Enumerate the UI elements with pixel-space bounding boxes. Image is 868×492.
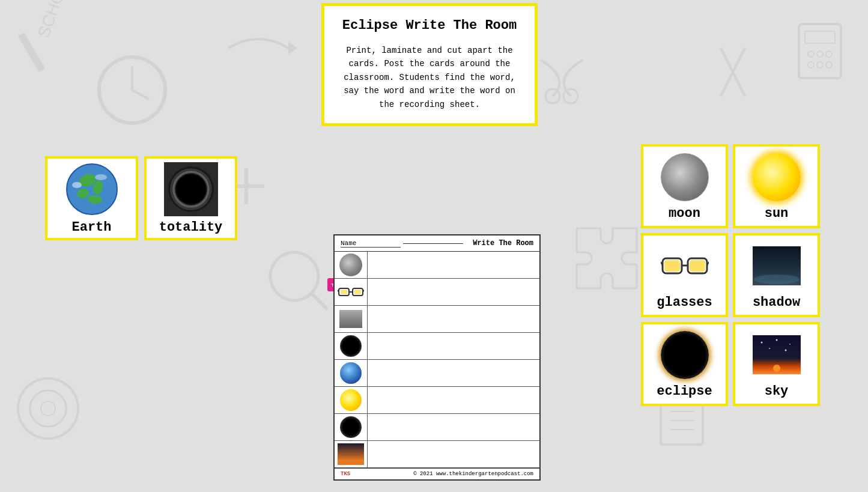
sky-card: sky bbox=[733, 322, 820, 406]
name-underline bbox=[403, 243, 463, 244]
eclipse-icon bbox=[661, 331, 709, 379]
sun-card-image bbox=[750, 151, 804, 202]
name-label: Name bbox=[341, 240, 401, 248]
sheet-title: Write The Room bbox=[473, 239, 533, 248]
sheet-row bbox=[335, 306, 539, 333]
row-image-sky bbox=[335, 441, 368, 467]
earth-card-image bbox=[65, 162, 119, 216]
moon-card-label: moon bbox=[669, 206, 700, 221]
sheet-footer-copyright: © 2021 www.thekindergartenpodcast.com bbox=[413, 471, 533, 477]
glasses-icon bbox=[661, 252, 709, 279]
moon-icon bbox=[661, 153, 709, 201]
svg-point-38 bbox=[176, 174, 206, 204]
row-write-area bbox=[368, 333, 539, 359]
row-image-totality bbox=[335, 414, 368, 440]
eclipse-card-label: eclipse bbox=[657, 384, 712, 399]
sky-card-image bbox=[750, 329, 804, 380]
instruction-title: Eclipse Write The Room bbox=[339, 18, 520, 33]
row-write-area bbox=[368, 360, 539, 386]
eclipse-card-image bbox=[658, 329, 712, 380]
left-cards-container: Earth totality bbox=[45, 156, 237, 240]
row-image-earth bbox=[335, 360, 368, 386]
svg-point-58 bbox=[760, 342, 762, 344]
sky-icon bbox=[753, 335, 801, 374]
row-write-area bbox=[368, 252, 539, 278]
totality-card-image bbox=[164, 162, 218, 216]
shadow-card-label: shadow bbox=[753, 295, 800, 310]
svg-point-56 bbox=[754, 275, 800, 284]
svg-rect-46 bbox=[341, 290, 347, 294]
name-line: Name bbox=[341, 240, 463, 248]
svg-rect-47 bbox=[354, 290, 361, 294]
row-image-eclipse bbox=[335, 333, 368, 359]
shadow-icon bbox=[753, 246, 801, 285]
moon-small-icon bbox=[339, 254, 362, 276]
sky-card-label: sky bbox=[765, 384, 789, 399]
glasses-card: glasses bbox=[641, 233, 728, 317]
eclipse-small-icon bbox=[340, 335, 362, 357]
svg-rect-54 bbox=[690, 260, 705, 272]
sheet-row bbox=[335, 333, 539, 360]
shadow-detail bbox=[753, 246, 801, 285]
sky-detail bbox=[753, 335, 801, 374]
sun-icon bbox=[753, 153, 801, 201]
svg-point-60 bbox=[789, 344, 791, 345]
svg-point-59 bbox=[775, 339, 777, 341]
sun-small-icon bbox=[340, 389, 362, 411]
svg-point-61 bbox=[769, 348, 770, 349]
sun-card-label: sun bbox=[765, 206, 789, 221]
moon-card: moon bbox=[641, 144, 728, 228]
sheet-row bbox=[335, 414, 539, 441]
sheet-row bbox=[335, 360, 539, 387]
earth-icon bbox=[65, 162, 119, 216]
totality-card-label: totality bbox=[159, 220, 223, 235]
earth-small-icon bbox=[340, 362, 362, 384]
instruction-body: Print, laminate and cut apart the cards.… bbox=[339, 44, 520, 111]
right-cards-container: moon sun glas bbox=[641, 144, 820, 406]
earth-card-label: Earth bbox=[71, 220, 111, 235]
totality-icon bbox=[164, 162, 218, 216]
glasses-card-label: glasses bbox=[657, 295, 712, 310]
row-image-glasses bbox=[335, 279, 368, 305]
sky-small-icon bbox=[338, 443, 364, 465]
row-write-area bbox=[368, 306, 539, 332]
instruction-card: Eclipse Write The Room Print, laminate a… bbox=[321, 3, 538, 126]
row-image-sun bbox=[335, 387, 368, 413]
content-layer: Earth totality Eclipse Write The Room Pr… bbox=[0, 0, 868, 492]
row-image-shadow bbox=[335, 306, 368, 332]
sun-card: sun bbox=[733, 144, 820, 228]
row-write-area bbox=[368, 441, 539, 467]
shadow-small-icon bbox=[339, 310, 362, 328]
shadow-card: shadow bbox=[733, 233, 820, 317]
svg-point-62 bbox=[785, 350, 786, 351]
glasses-small-icon bbox=[338, 285, 364, 299]
sheet-row bbox=[335, 252, 539, 279]
shadow-card-image bbox=[750, 240, 804, 291]
row-image-moon bbox=[335, 252, 368, 278]
totality-card: totality bbox=[144, 156, 237, 240]
sheet-row bbox=[335, 387, 539, 414]
earth-card: Earth bbox=[45, 156, 138, 240]
row-write-area bbox=[368, 279, 539, 305]
svg-rect-53 bbox=[664, 260, 680, 272]
svg-point-34 bbox=[95, 174, 107, 180]
sheet-footer: TKS © 2021 www.thekindergartenpodcast.co… bbox=[335, 468, 539, 479]
eclipse-card: eclipse bbox=[641, 322, 728, 406]
sheet-footer-logo: TKS bbox=[341, 471, 350, 477]
moon-card-image bbox=[658, 151, 712, 202]
sheet-header: Name Write The Room bbox=[335, 235, 539, 252]
glasses-card-image bbox=[658, 240, 712, 291]
svg-point-33 bbox=[72, 182, 82, 188]
sheet-row bbox=[335, 441, 539, 468]
row-write-area bbox=[368, 387, 539, 413]
totality-small-icon bbox=[340, 416, 362, 438]
sheet-rows bbox=[335, 252, 539, 468]
svg-point-63 bbox=[773, 365, 780, 372]
recording-sheet: Name Write The Room bbox=[333, 234, 541, 481]
sheet-row bbox=[335, 279, 539, 306]
row-write-area bbox=[368, 414, 539, 440]
